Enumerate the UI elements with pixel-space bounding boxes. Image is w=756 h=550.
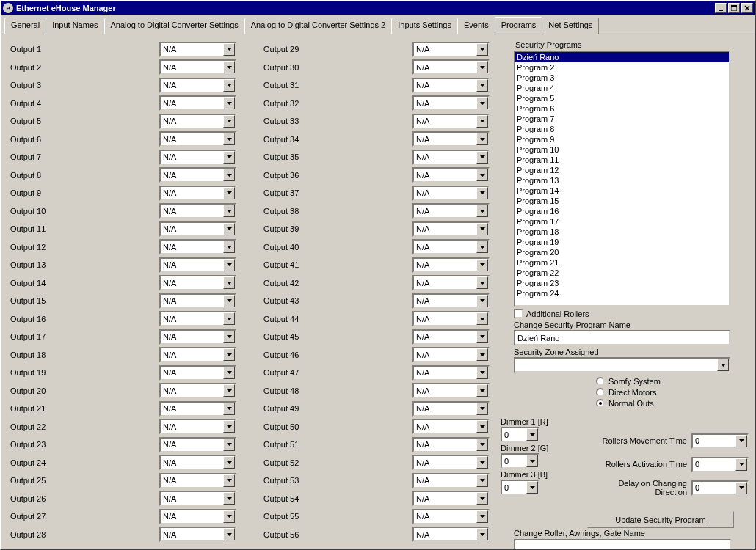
security-program-item[interactable]: Program 15 bbox=[515, 196, 729, 206]
security-program-item[interactable]: Program 7 bbox=[515, 114, 729, 124]
output-dropdown[interactable]: N/A bbox=[159, 455, 236, 470]
output-dropdown[interactable]: N/A bbox=[412, 275, 490, 290]
output-dropdown[interactable]: N/A bbox=[412, 329, 490, 345]
output-dropdown[interactable]: N/A bbox=[412, 114, 490, 129]
output-dropdown[interactable]: N/A bbox=[159, 311, 236, 326]
security-program-item[interactable]: Program 22 bbox=[515, 268, 729, 278]
output-dropdown[interactable]: N/A bbox=[412, 455, 490, 470]
output-dropdown[interactable]: N/A bbox=[412, 473, 490, 488]
security-zone-dropdown[interactable] bbox=[514, 357, 730, 373]
maximize-button[interactable] bbox=[728, 3, 740, 13]
output-dropdown[interactable]: N/A bbox=[412, 203, 490, 219]
output-dropdown[interactable]: N/A bbox=[412, 311, 490, 326]
output-dropdown[interactable]: N/A bbox=[159, 114, 236, 129]
roller-setting-dropdown[interactable]: 0 bbox=[691, 433, 749, 449]
output-dropdown[interactable]: N/A bbox=[159, 329, 236, 345]
motor-type-radio[interactable] bbox=[596, 377, 605, 386]
output-dropdown[interactable]: N/A bbox=[159, 383, 236, 398]
output-dropdown[interactable]: N/A bbox=[159, 401, 236, 417]
output-dropdown[interactable]: N/A bbox=[412, 437, 490, 452]
output-dropdown[interactable]: N/A bbox=[159, 186, 236, 201]
security-program-item[interactable]: Program 5 bbox=[515, 93, 729, 103]
output-dropdown[interactable]: N/A bbox=[159, 347, 236, 362]
output-dropdown[interactable]: N/A bbox=[412, 186, 490, 201]
minimize-button[interactable] bbox=[715, 3, 727, 13]
security-program-item[interactable]: Program 6 bbox=[515, 103, 729, 114]
security-program-item[interactable]: Program 10 bbox=[515, 144, 729, 155]
tab-net-settings[interactable]: Net Settings bbox=[542, 18, 599, 34]
output-dropdown[interactable]: N/A bbox=[412, 365, 490, 381]
output-dropdown[interactable]: N/A bbox=[412, 221, 490, 237]
output-dropdown[interactable]: N/A bbox=[412, 59, 490, 75]
output-dropdown[interactable]: N/A bbox=[412, 239, 490, 254]
program-name-input[interactable]: Dzień Rano bbox=[514, 330, 730, 345]
output-dropdown[interactable]: N/A bbox=[412, 419, 490, 434]
output-dropdown[interactable]: N/A bbox=[159, 78, 236, 93]
security-program-item[interactable]: Program 21 bbox=[515, 257, 729, 268]
security-program-item[interactable]: Program 18 bbox=[515, 227, 729, 237]
output-dropdown[interactable]: N/A bbox=[159, 473, 236, 488]
update-security-program-button[interactable]: Update Security Program bbox=[587, 511, 734, 528]
output-dropdown[interactable]: N/A bbox=[159, 365, 236, 381]
security-program-item[interactable]: Program 9 bbox=[515, 134, 729, 144]
output-dropdown[interactable]: N/A bbox=[159, 131, 236, 147]
output-dropdown[interactable]: N/A bbox=[412, 150, 490, 165]
output-dropdown[interactable]: N/A bbox=[412, 401, 490, 417]
security-program-item[interactable]: Program 2 bbox=[515, 62, 729, 73]
tab-events[interactable]: Events bbox=[457, 18, 495, 34]
roller-name-input[interactable] bbox=[514, 539, 731, 549]
output-dropdown[interactable]: N/A bbox=[159, 275, 236, 290]
tab-programs[interactable]: Programs bbox=[495, 17, 543, 34]
security-program-item[interactable]: Program 24 bbox=[515, 288, 729, 298]
tab-inputs-settings[interactable]: Inputs Settings bbox=[391, 18, 458, 34]
security-program-item[interactable]: Program 19 bbox=[515, 237, 729, 247]
output-dropdown[interactable]: N/A bbox=[159, 239, 236, 254]
output-dropdown[interactable]: N/A bbox=[159, 221, 236, 237]
security-program-item[interactable]: Program 16 bbox=[515, 206, 729, 216]
output-dropdown[interactable]: N/A bbox=[159, 293, 236, 309]
output-dropdown[interactable]: N/A bbox=[412, 293, 490, 309]
output-dropdown[interactable]: N/A bbox=[412, 527, 490, 542]
output-dropdown[interactable]: N/A bbox=[412, 383, 490, 398]
output-dropdown[interactable]: N/A bbox=[412, 347, 490, 362]
motor-type-radio[interactable] bbox=[596, 388, 605, 397]
output-dropdown[interactable]: N/A bbox=[159, 167, 236, 183]
output-dropdown[interactable]: N/A bbox=[412, 95, 490, 111]
tab-input-names[interactable]: Input Names bbox=[46, 18, 104, 34]
security-program-item[interactable]: Program 20 bbox=[515, 247, 729, 257]
output-dropdown[interactable]: N/A bbox=[412, 257, 490, 273]
tab-analog-to-digital-converter-settings[interactable]: Analog to Digital Converter Settings bbox=[104, 18, 245, 34]
security-program-item[interactable]: Program 11 bbox=[515, 155, 729, 165]
security-program-item[interactable]: Dzień Rano bbox=[515, 52, 729, 62]
security-program-item[interactable]: Program 12 bbox=[515, 165, 729, 175]
output-dropdown[interactable]: N/A bbox=[412, 491, 490, 506]
dimmer-dropdown[interactable]: 0 bbox=[501, 453, 539, 469]
output-dropdown[interactable]: N/A bbox=[412, 42, 490, 57]
security-program-item[interactable]: Program 14 bbox=[515, 186, 729, 196]
security-program-item[interactable]: Program 4 bbox=[515, 83, 729, 93]
output-dropdown[interactable]: N/A bbox=[159, 59, 236, 75]
security-program-item[interactable]: Program 23 bbox=[515, 278, 729, 288]
output-dropdown[interactable]: N/A bbox=[159, 419, 236, 434]
output-dropdown[interactable]: N/A bbox=[159, 203, 236, 219]
output-dropdown[interactable]: N/A bbox=[159, 509, 236, 524]
roller-setting-dropdown[interactable]: 0 bbox=[691, 457, 749, 472]
output-dropdown[interactable]: N/A bbox=[412, 131, 490, 147]
tab-general[interactable]: General bbox=[4, 18, 46, 34]
output-dropdown[interactable]: N/A bbox=[159, 257, 236, 273]
output-dropdown[interactable]: N/A bbox=[159, 527, 236, 542]
roller-setting-dropdown[interactable]: 0 bbox=[691, 480, 749, 496]
output-dropdown[interactable]: N/A bbox=[159, 42, 236, 57]
security-program-item[interactable]: Program 13 bbox=[515, 175, 729, 186]
security-program-item[interactable]: Program 8 bbox=[515, 124, 729, 134]
output-dropdown[interactable]: N/A bbox=[412, 167, 490, 183]
output-dropdown[interactable]: N/A bbox=[159, 150, 236, 165]
security-program-item[interactable]: Program 3 bbox=[515, 73, 729, 83]
output-dropdown[interactable]: N/A bbox=[159, 95, 236, 111]
additional-rollers-checkbox[interactable] bbox=[514, 309, 523, 318]
tab-analog-to-digital-converter-settings-2[interactable]: Analog to Digital Converter Settings 2 bbox=[244, 18, 392, 34]
security-program-item[interactable]: Program 17 bbox=[515, 216, 729, 227]
close-button[interactable] bbox=[741, 3, 753, 13]
output-dropdown[interactable]: N/A bbox=[412, 78, 490, 93]
output-dropdown[interactable]: N/A bbox=[159, 437, 236, 452]
